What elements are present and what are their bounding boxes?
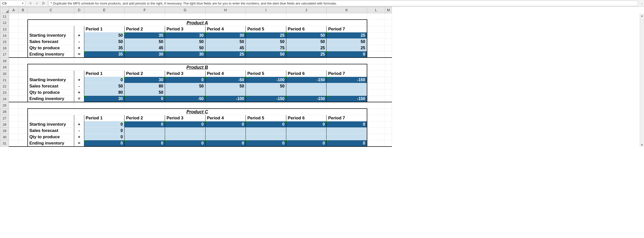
data-cell[interactable]: -150 <box>286 96 327 102</box>
col-header[interactable]: I <box>246 7 286 13</box>
data-cell[interactable]: 30 <box>125 77 165 83</box>
row-sign[interactable]: - <box>74 39 84 45</box>
row-header[interactable]: 14 <box>0 32 9 39</box>
period-header[interactable]: Period 2 <box>125 71 165 77</box>
cell[interactable] <box>18 128 28 134</box>
row-header[interactable]: 13 <box>0 26 9 32</box>
cell[interactable] <box>18 121 28 128</box>
data-cell[interactable]: 50 <box>246 39 286 45</box>
data-cell[interactable] <box>246 89 286 96</box>
data-cell[interactable] <box>327 128 367 134</box>
cell[interactable] <box>84 58 125 64</box>
col-header[interactable]: B <box>18 7 28 13</box>
cell[interactable] <box>246 13 286 20</box>
row-label[interactable]: Starting inventory <box>28 77 74 83</box>
cell[interactable] <box>9 26 18 32</box>
data-cell[interactable] <box>205 89 246 96</box>
cell[interactable] <box>9 32 18 39</box>
row-header[interactable]: 30 <box>0 134 9 140</box>
cell[interactable] <box>385 121 392 128</box>
data-cell[interactable]: 50 <box>246 51 286 58</box>
cell[interactable] <box>125 58 165 64</box>
cell[interactable] <box>385 77 392 83</box>
data-cell[interactable]: 25 <box>246 32 286 39</box>
data-cell[interactable] <box>286 83 327 89</box>
cell[interactable] <box>18 140 28 147</box>
row-sign[interactable]: + <box>74 77 84 83</box>
data-cell[interactable]: 0 <box>165 121 205 128</box>
row-header[interactable]: 19 <box>0 64 9 71</box>
col-header[interactable]: H <box>205 7 246 13</box>
cell[interactable] <box>165 13 205 20</box>
data-cell[interactable] <box>246 134 286 140</box>
data-cell[interactable]: 25 <box>205 51 246 58</box>
cell[interactable] <box>9 121 18 128</box>
period-header[interactable]: Period 1 <box>84 115 125 121</box>
row-label[interactable]: Ending inventory <box>28 96 74 102</box>
cell[interactable] <box>385 26 392 32</box>
cell[interactable] <box>367 45 385 51</box>
row-label[interactable]: Sales forecast <box>28 39 74 45</box>
cell[interactable] <box>18 71 28 77</box>
scroll-down-icon[interactable]: ▼ <box>640 143 644 147</box>
row-label[interactable]: Starting inventory <box>28 121 74 128</box>
cell[interactable] <box>286 102 327 109</box>
period-header[interactable]: Period 4 <box>205 115 246 121</box>
row-header[interactable]: 27 <box>0 115 9 121</box>
row-label[interactable]: Ending inventory <box>28 51 74 58</box>
cell[interactable] <box>28 26 74 32</box>
cell[interactable] <box>9 71 18 77</box>
period-header[interactable]: Period 1 <box>84 26 125 32</box>
row-header[interactable]: 31 <box>0 140 9 147</box>
cell[interactable] <box>385 45 392 51</box>
period-header[interactable]: Period 4 <box>205 26 246 32</box>
row-header[interactable]: 24 <box>0 96 9 102</box>
cell[interactable] <box>367 20 385 26</box>
period-header[interactable]: Period 6 <box>286 71 327 77</box>
cell[interactable] <box>9 140 18 147</box>
row-sign[interactable]: = <box>74 140 84 147</box>
data-cell[interactable] <box>286 134 327 140</box>
cell[interactable] <box>286 58 327 64</box>
cell[interactable] <box>18 96 28 102</box>
cell[interactable] <box>18 26 28 32</box>
row-header[interactable]: 25 <box>0 102 9 109</box>
data-cell[interactable]: 50 <box>327 39 367 45</box>
name-box-dropdown-icon[interactable]: ▼ <box>22 2 24 5</box>
period-header[interactable]: Period 3 <box>165 26 205 32</box>
cell[interactable] <box>385 115 392 121</box>
period-header[interactable]: Period 5 <box>246 71 286 77</box>
cell[interactable] <box>28 13 74 20</box>
cell[interactable] <box>367 109 385 115</box>
cell[interactable] <box>385 89 392 96</box>
cell[interactable] <box>9 45 18 51</box>
data-cell[interactable]: 35 <box>84 51 125 58</box>
cell[interactable] <box>385 64 392 71</box>
cell[interactable] <box>18 45 28 51</box>
data-cell[interactable] <box>165 128 205 134</box>
cell[interactable] <box>18 109 28 115</box>
product-title[interactable]: Product B <box>28 64 367 71</box>
row-header[interactable]: 20 <box>0 71 9 77</box>
row-header[interactable]: 21 <box>0 77 9 83</box>
data-cell[interactable]: 25 <box>286 45 327 51</box>
data-cell[interactable]: 50 <box>84 83 125 89</box>
data-cell[interactable]: 30 <box>84 96 125 102</box>
cell[interactable] <box>74 71 84 77</box>
cell[interactable] <box>9 96 18 102</box>
data-cell[interactable]: -100 <box>246 77 286 83</box>
cell[interactable] <box>18 134 28 140</box>
data-cell[interactable]: -150 <box>327 77 367 83</box>
row-sign[interactable]: - <box>74 128 84 134</box>
formula-bar-expand-icon[interactable]: ⌄ <box>639 0 644 7</box>
product-title[interactable]: Product C <box>28 109 367 115</box>
cell[interactable] <box>18 13 28 20</box>
col-header[interactable]: A <box>9 7 18 13</box>
cell[interactable] <box>385 109 392 115</box>
cell[interactable] <box>165 58 205 64</box>
row-header[interactable]: 28 <box>0 121 9 128</box>
row-sign[interactable]: + <box>74 89 84 96</box>
period-header[interactable]: Period 2 <box>125 26 165 32</box>
cell[interactable] <box>28 58 74 64</box>
row-sign[interactable]: + <box>74 134 84 140</box>
